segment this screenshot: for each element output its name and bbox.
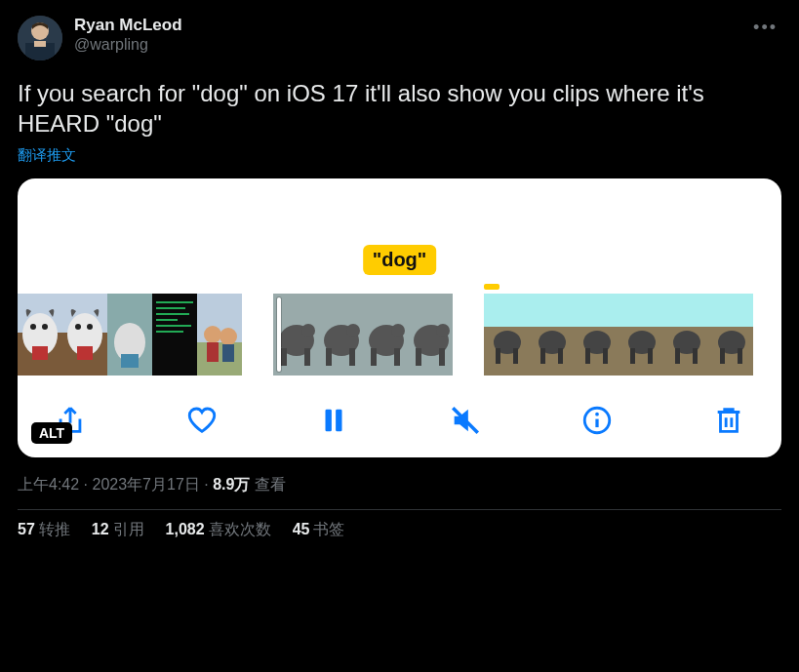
- translate-link[interactable]: 翻译推文: [18, 146, 781, 165]
- trash-icon[interactable]: [709, 401, 748, 440]
- video-thumb[interactable]: [484, 294, 529, 376]
- more-icon[interactable]: •••: [749, 16, 781, 40]
- svg-point-87: [595, 413, 599, 416]
- tweet-time[interactable]: 上午4:42: [18, 476, 79, 493]
- svg-rect-65: [585, 348, 590, 364]
- info-icon[interactable]: [578, 401, 617, 440]
- svg-rect-67: [619, 294, 663, 327]
- tweet-stats: 57转推 12引用 1,082喜欢次数 45书签: [18, 520, 781, 540]
- views-label: 查看: [250, 476, 285, 493]
- svg-rect-27: [197, 342, 242, 376]
- video-thumb[interactable]: [529, 294, 574, 376]
- svg-rect-76: [693, 348, 698, 364]
- svg-rect-81: [738, 348, 742, 364]
- svg-rect-61: [558, 348, 563, 364]
- svg-rect-55: [496, 348, 500, 364]
- svg-rect-20: [156, 301, 193, 303]
- svg-rect-57: [529, 294, 574, 327]
- svg-rect-45: [394, 348, 400, 366]
- svg-rect-31: [222, 344, 234, 362]
- svg-point-46: [391, 324, 405, 337]
- svg-rect-25: [156, 331, 183, 333]
- tweet-header: Ryan McLeod @warpling •••: [18, 16, 781, 60]
- svg-rect-50: [439, 348, 445, 366]
- likes-stat[interactable]: 1,082喜欢次数: [166, 520, 271, 540]
- svg-rect-39: [326, 348, 332, 366]
- video-thumb[interactable]: [663, 294, 708, 376]
- svg-point-14: [87, 324, 93, 330]
- svg-rect-19: [152, 294, 197, 376]
- svg-rect-70: [630, 348, 635, 364]
- svg-rect-22: [156, 313, 189, 315]
- video-thumb[interactable]: [408, 294, 453, 376]
- svg-point-13: [75, 324, 81, 330]
- tweet-text: If you search for "dog" on iOS 17 it'll …: [18, 78, 781, 138]
- svg-rect-34: [281, 348, 287, 366]
- svg-rect-83: [336, 410, 341, 432]
- video-thumb[interactable]: [197, 294, 242, 376]
- svg-rect-30: [207, 342, 219, 362]
- svg-rect-82: [326, 410, 332, 432]
- clip-group-2[interactable]: [273, 294, 453, 376]
- svg-rect-18: [121, 354, 139, 368]
- svg-rect-49: [416, 348, 421, 366]
- alt-badge[interactable]: ALT: [31, 422, 72, 444]
- timeline-marker: [484, 284, 499, 290]
- svg-rect-56: [513, 348, 518, 364]
- quotes-stat[interactable]: 12引用: [92, 520, 144, 540]
- svg-point-8: [42, 324, 48, 330]
- svg-rect-66: [603, 348, 608, 364]
- clip-group-3[interactable]: [484, 294, 753, 376]
- svg-point-41: [346, 324, 360, 337]
- video-filmstrip[interactable]: [18, 294, 781, 376]
- svg-rect-23: [156, 319, 178, 321]
- video-thumb[interactable]: [574, 294, 619, 376]
- svg-rect-77: [708, 294, 753, 327]
- svg-point-7: [30, 324, 36, 330]
- video-thumb[interactable]: [107, 294, 152, 376]
- svg-rect-40: [349, 348, 355, 366]
- svg-rect-52: [484, 294, 529, 327]
- heart-icon[interactable]: [182, 401, 221, 440]
- avatar[interactable]: [18, 16, 62, 60]
- clip-group-1[interactable]: [18, 294, 242, 376]
- user-block: Ryan McLeod @warpling: [74, 16, 182, 55]
- svg-rect-35: [304, 348, 310, 366]
- divider: [18, 509, 781, 510]
- display-name[interactable]: Ryan McLeod: [74, 16, 182, 35]
- svg-point-29: [220, 328, 237, 345]
- tweet-meta: 上午4:42 · 2023年7月17日 · 8.9万 查看: [18, 475, 781, 495]
- bookmarks-stat[interactable]: 45书签: [293, 520, 345, 540]
- video-thumb[interactable]: [18, 294, 62, 376]
- retweets-stat[interactable]: 57转推: [18, 520, 70, 540]
- svg-rect-62: [574, 294, 619, 327]
- svg-rect-21: [156, 307, 185, 309]
- media-card[interactable]: "dog": [18, 178, 781, 457]
- video-thumb[interactable]: [708, 294, 753, 376]
- svg-rect-80: [720, 348, 725, 364]
- video-thumb[interactable]: [62, 294, 107, 376]
- video-thumb[interactable]: [318, 294, 363, 376]
- tweet-date[interactable]: 2023年7月17日: [92, 476, 199, 493]
- mute-icon[interactable]: [446, 401, 485, 440]
- svg-rect-60: [540, 348, 545, 364]
- svg-point-51: [436, 324, 450, 337]
- svg-rect-71: [648, 348, 653, 364]
- svg-rect-44: [371, 348, 377, 366]
- svg-rect-3: [34, 41, 46, 47]
- video-thumb[interactable]: [273, 294, 318, 376]
- svg-rect-72: [663, 294, 708, 327]
- user-handle[interactable]: @warpling: [74, 35, 182, 54]
- views-count[interactable]: 8.9万: [213, 476, 250, 493]
- media-controls: [18, 376, 781, 448]
- svg-rect-24: [156, 325, 191, 327]
- svg-rect-9: [32, 346, 48, 360]
- video-thumb[interactable]: [363, 294, 408, 376]
- video-thumb[interactable]: [152, 294, 197, 376]
- svg-point-28: [204, 326, 221, 343]
- video-thumb[interactable]: [619, 294, 663, 376]
- search-token-label: "dog": [363, 245, 437, 275]
- media-whitespace: [18, 178, 781, 253]
- pause-icon[interactable]: [314, 401, 353, 440]
- tweet-container: Ryan McLeod @warpling ••• If you search …: [0, 0, 799, 552]
